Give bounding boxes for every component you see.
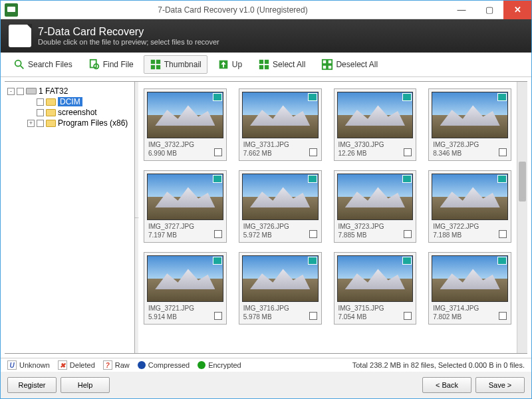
thumbnail-filename: IMG_3728.JPG xyxy=(433,140,507,149)
thumbnail-item[interactable]: IMG_3715.JPG7.054 MB xyxy=(334,252,417,325)
search-files-button[interactable]: Search Files xyxy=(7,55,78,74)
thumbnail-image xyxy=(242,174,319,220)
thumbnail-checkbox[interactable] xyxy=(214,148,222,156)
thumbnail-checkbox[interactable] xyxy=(309,148,317,156)
thumbnail-filesize: 7.802 MB xyxy=(433,313,507,321)
thumbnail-filesize: 12.26 MB xyxy=(338,149,412,158)
thumbnail-item[interactable]: IMG_3722.JPG7.188 MB xyxy=(428,170,511,243)
help-button[interactable]: Help xyxy=(61,377,110,393)
thumbnail-item[interactable]: IMG_3728.JPG8.346 MB xyxy=(428,88,511,161)
thumbnail-image xyxy=(242,255,319,302)
image-badge-icon xyxy=(213,93,222,101)
up-button[interactable]: Up xyxy=(211,55,248,74)
thumbnail-filesize: 7.054 MB xyxy=(338,313,412,321)
image-badge-icon xyxy=(308,175,317,183)
svg-rect-14 xyxy=(328,60,332,64)
thumbnail-filename: IMG_3723.JPG xyxy=(338,222,412,231)
thumbnail-checkbox[interactable] xyxy=(309,312,317,320)
folder-tree[interactable]: - 1 FAT32 DCIMscreenshot+Program Files (… xyxy=(5,82,135,353)
select-all-button[interactable]: Select All xyxy=(252,55,311,74)
thumbnail-checkbox[interactable] xyxy=(404,230,412,238)
expand-icon[interactable]: + xyxy=(27,120,35,127)
select-all-icon xyxy=(258,59,270,70)
maximize-button[interactable]: ▢ xyxy=(475,1,503,19)
thumbnail-area: IMG_3732.JPG6.990 MBIMG_3731.JPG7.662 MB… xyxy=(138,82,527,353)
tree-drive-row[interactable]: - 1 FAT32 xyxy=(7,86,132,96)
tree-folder-row[interactable]: +Program Files (x86) xyxy=(7,118,132,128)
sdcard-icon xyxy=(9,25,31,47)
legend-raw: ?Raw xyxy=(103,360,130,370)
deselect-all-icon xyxy=(321,59,333,70)
register-button[interactable]: Register xyxy=(7,377,57,393)
folder-icon xyxy=(46,120,56,127)
folder-label: screenshot xyxy=(58,108,97,117)
app-icon xyxy=(5,3,18,17)
thumbnail-checkbox[interactable] xyxy=(404,312,412,320)
thumbnail-filesize: 7.197 MB xyxy=(148,231,222,239)
find-file-button[interactable]: Find File xyxy=(82,55,140,74)
thumbnail-image xyxy=(147,92,223,138)
svg-rect-10 xyxy=(265,60,269,64)
status-text: Total 238.2 MB in 82 files, Selected 0.0… xyxy=(352,361,525,369)
app-header: 7-Data Card Recovery Double click on the… xyxy=(1,19,531,53)
thumbnail-checkbox[interactable] xyxy=(214,312,222,320)
folder-checkbox[interactable] xyxy=(37,120,44,127)
image-badge-icon xyxy=(402,93,412,101)
thumbnail-item[interactable]: IMG_3723.JPG7.885 MB xyxy=(334,170,417,243)
thumbnail-filesize: 6.990 MB xyxy=(148,149,222,158)
drive-icon xyxy=(26,88,37,94)
minimize-button[interactable]: — xyxy=(448,1,475,19)
thumbnail-checkbox[interactable] xyxy=(499,148,507,156)
thumbnail-label: Thumbnail xyxy=(164,60,201,69)
thumbnail-checkbox[interactable] xyxy=(499,230,507,238)
svg-rect-11 xyxy=(259,65,263,69)
thumbnail-button[interactable]: Thumbnail xyxy=(144,55,207,74)
search-icon xyxy=(13,59,25,70)
thumbnail-filename: IMG_3726.JPG xyxy=(243,222,317,231)
image-badge-icon xyxy=(213,257,222,265)
thumbnail-filename: IMG_3731.JPG xyxy=(243,140,317,149)
thumbnail-grid[interactable]: IMG_3732.JPG6.990 MBIMG_3731.JPG7.662 MB… xyxy=(138,82,517,353)
thumbnail-item[interactable]: IMG_3716.JPG5.978 MB xyxy=(239,252,322,325)
toolbar: Search Files Find File Thumbnail Up Sele… xyxy=(1,53,531,77)
search-files-label: Search Files xyxy=(28,60,72,69)
thumbnail-filename: IMG_3727.JPG xyxy=(148,222,222,231)
folder-checkbox[interactable] xyxy=(37,109,44,116)
image-badge-icon xyxy=(308,93,317,101)
thumbnail-checkbox[interactable] xyxy=(404,148,412,156)
footer: Register Help < Back Save > xyxy=(1,372,531,398)
tree-folder-row[interactable]: DCIM xyxy=(7,96,132,107)
thumbnail-item[interactable]: IMG_3727.JPG7.197 MB xyxy=(144,170,227,243)
thumbnail-item[interactable]: IMG_3721.JPG5.914 MB xyxy=(144,252,227,325)
thumbnail-item[interactable]: IMG_3731.JPG7.662 MB xyxy=(239,88,322,161)
thumbnail-item[interactable]: IMG_3726.JPG5.972 MB xyxy=(239,170,322,243)
back-button[interactable]: < Back xyxy=(422,377,471,393)
close-button[interactable]: ✕ xyxy=(503,1,531,19)
window-title: 7-Data Card Recovery v1.0 (Unregistered) xyxy=(18,5,448,15)
vertical-scrollbar[interactable] xyxy=(517,82,527,353)
folder-icon xyxy=(46,98,56,106)
svg-rect-15 xyxy=(323,65,327,69)
tree-folder-row[interactable]: screenshot xyxy=(7,107,132,118)
scrollbar-handle[interactable] xyxy=(519,162,526,201)
app-window: 7-Data Card Recovery v1.0 (Unregistered)… xyxy=(0,0,532,399)
collapse-icon[interactable]: - xyxy=(7,88,15,95)
thumbnail-item[interactable]: IMG_3730.JPG12.26 MB xyxy=(334,88,417,161)
thumbnail-checkbox[interactable] xyxy=(499,312,507,320)
thumbnail-item[interactable]: IMG_3714.JPG7.802 MB xyxy=(428,252,511,325)
thumbnail-icon xyxy=(150,59,162,70)
drive-checkbox[interactable] xyxy=(17,88,24,95)
save-button[interactable]: Save > xyxy=(475,377,525,393)
thumbnail-filesize: 7.885 MB xyxy=(338,231,412,239)
thumbnail-checkbox[interactable] xyxy=(309,230,317,238)
app-subtitle: Double click on the file to preview; sel… xyxy=(38,38,219,46)
deselect-all-button[interactable]: Deselect All xyxy=(315,55,384,74)
folder-checkbox[interactable] xyxy=(37,98,44,106)
window-controls: — ▢ ✕ xyxy=(448,1,531,19)
thumbnail-checkbox[interactable] xyxy=(214,230,222,238)
image-badge-icon xyxy=(497,175,507,183)
thumbnail-item[interactable]: IMG_3732.JPG6.990 MB xyxy=(144,88,227,161)
select-all-label: Select All xyxy=(273,60,305,69)
find-file-label: Find File xyxy=(103,60,134,69)
svg-line-1 xyxy=(21,66,24,69)
